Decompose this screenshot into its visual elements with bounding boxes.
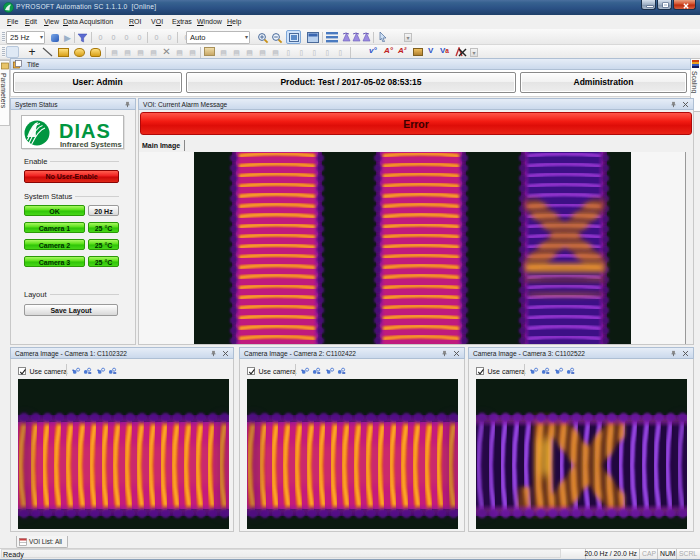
svg-text:Infrared Systems: Infrared Systems: [60, 140, 122, 149]
svg-text:DIAS: DIAS: [59, 120, 111, 142]
